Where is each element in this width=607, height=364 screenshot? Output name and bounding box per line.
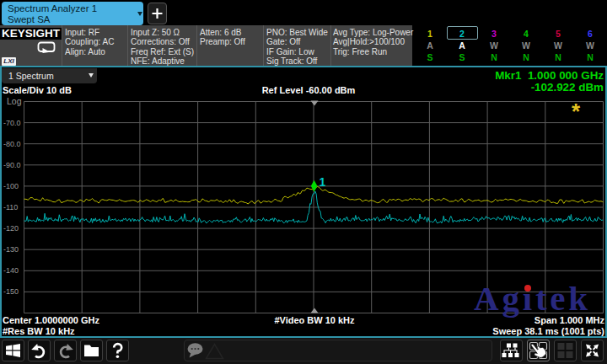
svg-text:-80.0: -80.0	[3, 140, 21, 148]
svg-text:-150: -150	[3, 287, 19, 296]
svg-text:-90.0: -90.0	[3, 161, 21, 169]
svg-text:-120: -120	[3, 224, 19, 233]
svg-text:-100: -100	[3, 182, 19, 190]
svg-text:-110: -110	[3, 203, 18, 211]
svg-text:-140: -140	[3, 266, 19, 275]
svg-text:-130: -130	[3, 245, 19, 254]
svg-text:-70.0: -70.0	[3, 119, 21, 127]
svg-text:1: 1	[320, 175, 326, 189]
svg-text:*: *	[572, 99, 581, 124]
